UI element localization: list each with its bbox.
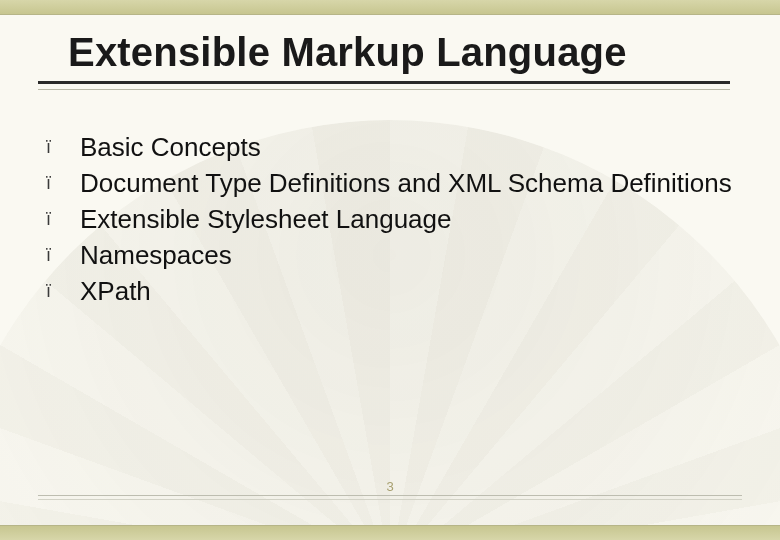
title-underline-light — [38, 89, 730, 90]
list-item-text: Namespaces — [80, 238, 232, 272]
bullet-icon: ï — [44, 130, 80, 164]
list-item: ï Basic Concepts — [44, 130, 740, 164]
list-item: ï Extensible Stylesheet Language — [44, 202, 740, 236]
bullet-icon: ï — [44, 202, 80, 236]
list-item: ï XPath — [44, 274, 740, 308]
title-underline-heavy — [38, 81, 730, 84]
list-item: ï Namespaces — [44, 238, 740, 272]
list-item: ï Document Type Definitions and XML Sche… — [44, 166, 740, 200]
slide: Extensible Markup Language ï Basic Conce… — [0, 0, 780, 540]
slide-body: ï Basic Concepts ï Document Type Definit… — [44, 130, 740, 310]
page-number: 3 — [0, 479, 780, 494]
title-area: Extensible Markup Language — [68, 30, 730, 90]
slide-title: Extensible Markup Language — [68, 30, 730, 75]
bullet-icon: ï — [44, 274, 80, 308]
list-item-text: Basic Concepts — [80, 130, 261, 164]
footer-rule — [38, 495, 742, 500]
bullet-icon: ï — [44, 166, 80, 200]
bullet-icon: ï — [44, 238, 80, 272]
bottom-accent-bar — [0, 525, 780, 540]
list-item-text: XPath — [80, 274, 151, 308]
list-item-text: Extensible Stylesheet Language — [80, 202, 452, 236]
list-item-text: Document Type Definitions and XML Schema… — [80, 166, 732, 200]
